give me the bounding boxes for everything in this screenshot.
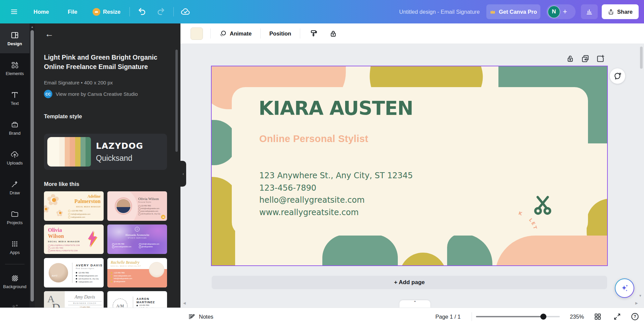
list-line: reallygreatsite.com xyxy=(68,216,91,218)
creator-attribution[interactable]: CC View more by Canva Creative Studio xyxy=(44,90,138,98)
hscroll-right-icon[interactable]: ▶ xyxy=(635,301,638,305)
share-upload-icon xyxy=(608,9,614,15)
account-pill[interactable]: N + xyxy=(546,4,576,19)
signature-contact-block[interactable]: 123 Anywhere St., Any City, ST 12345123-… xyxy=(259,170,413,218)
zoom-slider[interactable] xyxy=(476,316,560,317)
unlock-icon[interactable] xyxy=(566,54,575,63)
sidebar-item-brand[interactable]: co. Brand xyxy=(0,113,30,143)
document-title[interactable]: Untitled design - Email Signature xyxy=(399,0,480,23)
context-toolbar: Animate Position xyxy=(180,23,644,44)
grid-view-button[interactable] xyxy=(594,308,602,325)
undo-button[interactable] xyxy=(137,0,147,23)
design-icon xyxy=(10,31,19,40)
menu-file[interactable]: File xyxy=(68,0,77,23)
back-button[interactable]: ← xyxy=(45,29,54,38)
share-label: Share xyxy=(617,9,633,15)
list-line: www.reallygreatsite.com xyxy=(112,246,136,248)
bottom-panel-expand-handle[interactable]: ⌃ xyxy=(399,300,430,308)
avatar[interactable]: N xyxy=(548,6,560,18)
duplicate-page-icon[interactable] xyxy=(581,54,590,63)
template-thumbnail-olivia-bolt[interactable]: Olivia Wilson SOCIAL MEDIA MANAGER HELLO… xyxy=(44,224,104,254)
projects-folder-icon xyxy=(10,210,19,218)
vscroll-down-icon[interactable]: ▼ xyxy=(639,294,642,298)
paint-roller-icon xyxy=(310,29,318,38)
notes-icon xyxy=(188,313,196,321)
sidebar-item-text[interactable]: Text xyxy=(0,83,30,113)
rail-divider xyxy=(5,264,24,264)
lightning-bolt-icon xyxy=(86,230,99,247)
add-page-button[interactable]: + Add page xyxy=(212,276,607,289)
sidebar-item-projects[interactable]: Projects xyxy=(0,202,30,232)
design-page[interactable]: KIARA AUSTEN Online Personal Stylist 123… xyxy=(212,66,607,265)
sidebar-item-background[interactable]: Background xyxy=(0,266,30,296)
template-thumbnail-adeline[interactable]: ✿ ✿ ✿ AdelinePalmerston SOCIAL MEDIA MAN… xyxy=(44,191,104,221)
apps-grid-icon xyxy=(10,240,19,248)
cloud-check-icon xyxy=(180,7,191,17)
fullscreen-button[interactable] xyxy=(613,308,621,325)
list-line: 123-456-7890 xyxy=(137,305,159,306)
sidebar-item-design[interactable]: Design xyxy=(0,23,30,53)
rail-scrollbar-thumb[interactable] xyxy=(31,30,34,302)
zoom-level[interactable]: 235% xyxy=(567,308,587,325)
scissors-badge[interactable]: LET ME HELP YOU FIND YOUR LOOK xyxy=(518,181,568,231)
color-palette-swatch xyxy=(47,137,91,167)
signature-role-text[interactable]: Online Personal Stylist xyxy=(259,133,368,144)
attribution-label: View more by Canva Creative Studio xyxy=(56,91,138,97)
sidebar-item-apps[interactable]: Apps xyxy=(0,232,30,262)
sidebar-item-draw[interactable]: Draw xyxy=(0,173,30,202)
magic-assistant-button[interactable] xyxy=(615,278,634,298)
design-panel: ← Light Pink and Green Bright Organic On… xyxy=(35,23,180,325)
template-thumbnail-rachelle[interactable]: Rachelle Beaudry SOCIAL MEDIA SPECIALIST… xyxy=(107,258,167,287)
comment-plus-icon xyxy=(613,72,622,80)
scroll-up-icon[interactable]: ▲ xyxy=(30,25,35,28)
uploads-cloud-icon xyxy=(10,150,19,159)
template-thumbnail-avery[interactable]: Avery AVERY DAVIS Real Estate Agent 123-… xyxy=(44,258,104,287)
redo-button[interactable] xyxy=(156,0,166,23)
animate-button[interactable]: Animate xyxy=(218,28,253,39)
list-line: +123-456-7890 xyxy=(48,247,80,249)
canvas-workspace[interactable]: KIARA AUSTEN Online Personal Stylist 123… xyxy=(180,44,644,308)
rail-scrollbar[interactable]: ▲ ▼ xyxy=(30,23,35,325)
page-controls xyxy=(566,54,605,63)
add-member-icon[interactable]: + xyxy=(563,8,567,15)
help-button[interactable]: ? xyxy=(631,308,639,325)
template-style-card[interactable]: LAZYDOG Quicksand xyxy=(44,134,167,170)
grid-view-icon xyxy=(594,313,602,321)
insights-button[interactable] xyxy=(581,4,598,19)
menu-home[interactable]: Home xyxy=(34,0,49,23)
background-color-swatch[interactable] xyxy=(191,27,203,40)
copy-style-button[interactable] xyxy=(308,27,320,40)
sidebar-item-uploads[interactable]: Uploads xyxy=(0,143,30,173)
signature-card-tail xyxy=(235,231,323,265)
comment-button[interactable] xyxy=(610,68,625,84)
share-button[interactable]: Share xyxy=(602,4,639,19)
palette-color xyxy=(86,137,91,167)
page-indicator[interactable]: Page 1 / 1 xyxy=(435,308,461,325)
panel-collapse-handle[interactable]: ‹ xyxy=(180,161,186,187)
brand-kit-icon: co. xyxy=(10,120,19,129)
elements-icon xyxy=(10,61,19,69)
palette-color xyxy=(70,137,75,167)
notes-label: Notes xyxy=(199,314,213,320)
list-line: hello@reallygreatsite.com xyxy=(259,194,413,206)
lock-button[interactable] xyxy=(327,27,339,40)
notes-button[interactable]: Notes xyxy=(188,308,213,325)
font-secondary-name: Quicksand xyxy=(96,154,132,163)
add-page-icon[interactable] xyxy=(596,54,605,63)
get-canva-pro-button[interactable]: Get Canva Pro xyxy=(486,4,540,19)
menu-resize[interactable]: Resize xyxy=(93,0,120,23)
template-thumbnail-alessada[interactable]: ✧ Alessada Aronowitz STUDIO SERVICES 123… xyxy=(107,224,167,254)
vertical-scrollbar-thumb[interactable] xyxy=(640,47,643,69)
profile-photo xyxy=(115,197,132,215)
zoom-slider-knob[interactable] xyxy=(540,314,546,320)
list-line: HELLO@REALLYGREATSITE.COM xyxy=(48,245,80,246)
position-button[interactable]: Position xyxy=(268,28,292,39)
hscroll-left-icon[interactable]: ◀ xyxy=(183,301,186,305)
palette-color xyxy=(80,137,86,167)
template-thumbnail-olivia-photo[interactable]: Olivia Wilson Personal Stylist 123-456-7… xyxy=(107,191,167,221)
panel-scrollbar-thumb[interactable] xyxy=(175,50,178,152)
sidebar-item-elements[interactable]: Elements xyxy=(0,53,30,83)
signature-name-text[interactable]: KIARA AUSTEN xyxy=(259,97,413,119)
cloud-save-status-button[interactable] xyxy=(180,0,191,23)
main-menu-button[interactable] xyxy=(10,0,18,23)
